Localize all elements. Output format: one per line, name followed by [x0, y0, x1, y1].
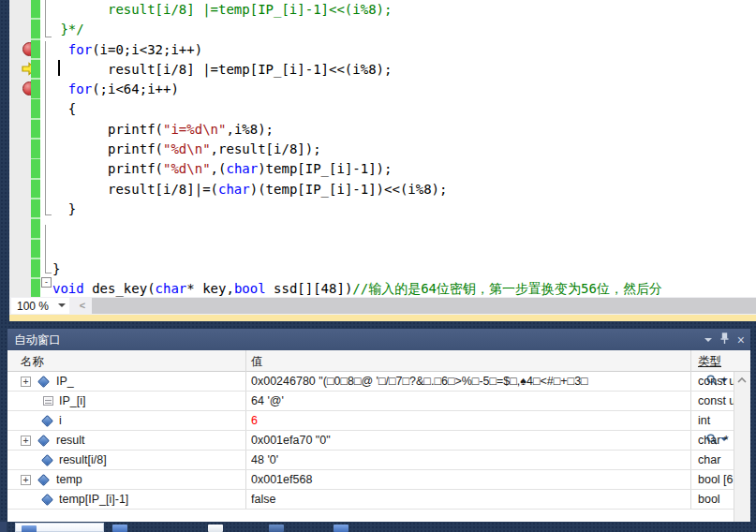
code-line: result[i/8] |=temp[IP_[i]-1]<<(i%8);: [52, 60, 662, 80]
variable-icon: [43, 396, 53, 406]
variable-value[interactable]: 0x001efa70 "0": [251, 434, 687, 447]
variable-type: bool: [698, 493, 735, 506]
vertical-scrollbar[interactable]: [734, 372, 750, 532]
variable-type: bool [6: [698, 473, 735, 486]
app-icon: [22, 525, 37, 532]
grid-header[interactable]: 名称 值 类型: [7, 350, 750, 372]
variable-row[interactable]: + i 6 int: [7, 411, 734, 431]
variable-name[interactable]: temp: [56, 473, 242, 486]
column-header-name[interactable]: 名称: [21, 354, 44, 370]
variable-row[interactable]: + IP_ 0x00246780 "(□0□8□@ '□/□7□?&□.□6□>…: [7, 372, 734, 392]
column-header-type[interactable]: 类型: [698, 354, 721, 370]
breakpoint-margin[interactable]: [9, 0, 31, 297]
variable-row[interactable]: + temp[IP_[i]-1] false bool: [7, 490, 734, 510]
code-line: for(i=0;i<32;i++): [52, 40, 662, 60]
outline-guide[interactable]: [45, 0, 52, 37]
expand-icon[interactable]: +: [21, 436, 31, 446]
zoom-level-value: 100 %: [17, 300, 49, 313]
taskbar-start-edge[interactable]: [0, 522, 7, 532]
collapse-region-icon[interactable]: -: [41, 277, 52, 288]
variable-icon: [37, 435, 50, 447]
variable-icon: [37, 474, 50, 486]
scroll-up-arrow-icon[interactable]: [737, 376, 747, 385]
code-line: for(;i<64;i++): [52, 80, 662, 99]
variables-grid: 名称 值 类型 + IP_ 0x00246780 "(□0□8□@ '□/□7□…: [7, 350, 750, 522]
editor-bottom-bar: 100 % <: [9, 297, 756, 315]
code-line: printf("%d\n",result[i/8]);: [52, 140, 662, 159]
variable-name[interactable]: IP_[i]: [59, 394, 245, 407]
variable-type: int: [698, 414, 735, 427]
code-text-area[interactable]: - result[i/8] |=temp[IP_[i]-1]<<(i%8); }…: [40, 0, 756, 297]
variable-type: const u: [698, 375, 735, 388]
variable-type: char: [698, 453, 735, 466]
scroll-left-arrow-icon[interactable]: <: [75, 299, 90, 313]
expand-icon[interactable]: +: [21, 475, 31, 485]
variable-name[interactable]: result: [56, 434, 242, 447]
variable-name[interactable]: i: [59, 414, 245, 427]
splitter-highlight-strip: [9, 315, 756, 321]
code-line: }: [52, 200, 662, 219]
taskbar-app-icon[interactable]: [269, 525, 284, 532]
autos-window-titlebar[interactable]: 自动窗口 ×: [7, 329, 750, 350]
code-editor[interactable]: - result[i/8] |=temp[IP_[i]-1]<<(i%8); }…: [0, 0, 756, 315]
variable-row[interactable]: + result 0x001efa70 "0" char *: [7, 431, 734, 451]
variable-value[interactable]: 0x00246780 "(□0□8□@ '□/□7□?&□.□6□>%□-5□=…: [251, 375, 687, 388]
variable-name[interactable]: result[i/8]: [59, 453, 245, 466]
chevron-down-icon: [58, 303, 66, 311]
change-tracking-bar: [31, 0, 40, 297]
code-line: result[i/8] |=temp[IP_[i]-1]<<(i%8);: [52, 0, 662, 20]
code-line: printf("%d\n",(char)temp[IP_[i]-1]);: [52, 159, 662, 179]
code-line: }*/: [52, 20, 662, 39]
windows-taskbar[interactable]: [0, 522, 756, 532]
code-line: printf("i=%d\n",i%8);: [52, 120, 662, 140]
autos-window: 自动窗口 × 名称 值 类型 + IP_ 0x00246780 "(□0□8□@…: [7, 329, 750, 522]
autos-rows: + IP_ 0x00246780 "(□0□8□@ '□/□7□?&□.□6□>…: [7, 372, 734, 510]
taskbar-app-icon[interactable]: [112, 525, 127, 532]
variable-icon: [41, 454, 53, 466]
variable-value[interactable]: false: [251, 493, 687, 506]
variable-name[interactable]: temp[IP_[i]-1]: [59, 493, 245, 506]
variable-row[interactable]: + temp 0x001ef568 bool [6: [7, 470, 734, 490]
pin-icon[interactable]: [720, 332, 729, 347]
taskbar-app-icon[interactable]: [208, 525, 223, 532]
variable-name[interactable]: IP_: [56, 375, 242, 388]
source-code: result[i/8] |=temp[IP_[i]-1]<<(i%8); }*/…: [52, 0, 662, 297]
variable-icon: [41, 494, 53, 506]
variable-row[interactable]: + IP_[i] 64 '@' const u: [7, 392, 734, 411]
variable-icon: [41, 415, 53, 427]
variable-value[interactable]: 0x001ef568: [251, 473, 687, 486]
window-background-gap: [0, 321, 756, 329]
zoom-level-dropdown[interactable]: 100 %: [11, 298, 69, 314]
variable-value[interactable]: 6: [251, 414, 687, 427]
variable-type: char *: [698, 434, 735, 447]
outline-guide[interactable]: [45, 41, 52, 215]
variable-icon: [37, 376, 50, 388]
taskbar-app-icon[interactable]: [334, 525, 348, 532]
code-line: void des_key(char* key,bool ssd[][48])//…: [52, 279, 662, 297]
close-icon[interactable]: ×: [737, 334, 745, 346]
code-line: {: [52, 99, 662, 119]
horizontal-scrollbar[interactable]: [92, 298, 756, 314]
code-line: }: [52, 259, 662, 279]
outline-guide[interactable]: [45, 225, 52, 273]
code-line: result[i/8]|=(char)(temp[IP_[i]-1])<<(i%…: [52, 180, 662, 200]
variable-value[interactable]: 48 '0': [251, 453, 687, 466]
variable-value[interactable]: 64 '@': [251, 394, 687, 407]
variable-type: const u: [698, 394, 735, 407]
text-caret: [58, 60, 60, 76]
expand-icon[interactable]: +: [21, 377, 31, 387]
code-line: [52, 219, 662, 239]
autos-window-title: 自动窗口: [14, 333, 61, 347]
variable-row[interactable]: + result[i/8] 48 '0' char: [7, 451, 734, 470]
taskbar-button-active[interactable]: [15, 523, 104, 532]
window-position-icon[interactable]: [704, 338, 712, 346]
column-header-value[interactable]: 值: [251, 354, 263, 370]
code-line: [52, 240, 662, 259]
